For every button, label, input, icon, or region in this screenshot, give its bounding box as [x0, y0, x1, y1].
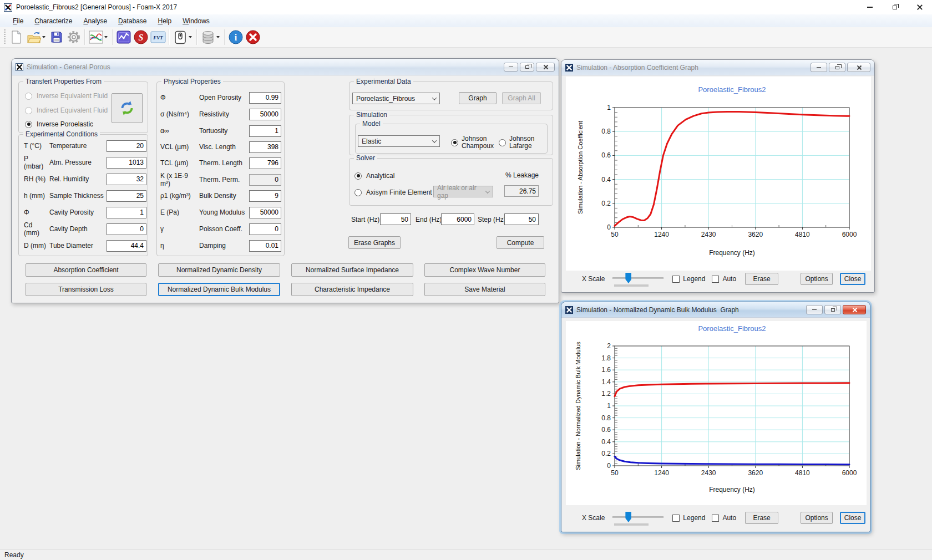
graph-all-button[interactable]: Graph All: [502, 92, 541, 104]
menu-characterize[interactable]: Characterize: [29, 16, 78, 26]
radio-analytical[interactable]: Analytical: [354, 170, 432, 182]
save-button[interactable]: [48, 29, 65, 46]
cavity-porosity-input[interactable]: [107, 207, 146, 218]
minimize-button[interactable]: [806, 305, 823, 314]
absorption-graph-titlebar[interactable]: Simulation - Absorption Coefficient Grap…: [561, 60, 874, 75]
resistivity-input[interactable]: [249, 109, 281, 120]
minimize-button[interactable]: [811, 63, 827, 72]
complex-wave-number-button[interactable]: Complex Wave Number: [424, 263, 545, 277]
rel-humidity-input[interactable]: [107, 174, 146, 185]
close-graph-button[interactable]: Close: [840, 273, 865, 285]
close-graph-button[interactable]: Close: [840, 512, 865, 524]
normalized-dynamic-bulk-modulus-button[interactable]: Normalized Dynamic Bulk Modulus: [158, 283, 280, 296]
options-button[interactable]: Options: [801, 273, 833, 285]
bulk-modulus-graph-titlebar[interactable]: Simulation - Normalized Dynamic Bulk Mod…: [561, 302, 870, 318]
open-file-button[interactable]: [25, 29, 42, 46]
cavity-depth-input[interactable]: [107, 223, 146, 235]
radio-johnson-champoux[interactable]: Johnson Champoux: [451, 135, 493, 150]
model-combo[interactable]: Elastic: [358, 135, 440, 147]
restore-button[interactable]: [520, 63, 534, 72]
characterize-graph-button[interactable]: [87, 29, 104, 46]
new-document-button[interactable]: [8, 29, 25, 46]
air-leak-combo[interactable]: Air leak or air gap: [433, 186, 493, 197]
svg-text:1.8: 1.8: [601, 354, 611, 362]
auto-checkbox[interactable]: [712, 276, 719, 283]
sample-thickness-input[interactable]: [107, 190, 146, 202]
close-button[interactable]: [536, 63, 555, 72]
material-combo[interactable]: Poroelastic_Fibrous: [352, 93, 440, 104]
toolbar-grip[interactable]: [4, 29, 6, 45]
x-scale-slider[interactable]: [612, 511, 663, 525]
menu-help[interactable]: Help: [152, 16, 177, 26]
tube-diameter-input[interactable]: [107, 240, 146, 252]
end-hz-input[interactable]: [441, 213, 474, 225]
app-restore-button[interactable]: [882, 0, 907, 14]
app-minimize-button[interactable]: [857, 0, 882, 14]
analyse-chart-button[interactable]: [115, 29, 132, 46]
radio-johnson-lafarge[interactable]: Johnson Lafarge: [499, 135, 541, 150]
close-button[interactable]: [843, 305, 866, 314]
legend-checkbox[interactable]: [672, 276, 680, 283]
absorption-coefficient-button[interactable]: Absorption Coefficient: [26, 263, 146, 277]
radio-inverse-equivalent-fluid[interactable]: Inverse Equivalent Fluid: [25, 90, 108, 102]
info-button[interactable]: i: [227, 29, 244, 46]
slider-thumb[interactable]: [625, 512, 631, 522]
compute-button[interactable]: Compute: [497, 236, 544, 249]
visc-length-input[interactable]: [249, 141, 281, 153]
app-close-button[interactable]: [907, 0, 932, 14]
auto-checkbox[interactable]: [712, 515, 719, 522]
database-dropdown[interactable]: [216, 36, 220, 38]
transmission-loss-button[interactable]: Transmission Loss: [26, 283, 146, 296]
impedance-tube-button[interactable]: [171, 29, 189, 46]
normalized-surface-impedance-button[interactable]: Normalized Surface Impedance: [291, 263, 413, 277]
radio-indirect-equivalent-fluid[interactable]: Indirect Equivalent Fluid: [25, 104, 108, 116]
settings-button[interactable]: [65, 29, 82, 46]
start-hz-input[interactable]: [380, 213, 411, 225]
damping-input[interactable]: [249, 240, 281, 252]
slider-thumb[interactable]: [625, 273, 631, 283]
refresh-properties-button[interactable]: [112, 93, 143, 123]
characterize-graph-dropdown[interactable]: [104, 36, 108, 38]
svg-text:2430: 2430: [701, 231, 716, 238]
temperature-input[interactable]: [107, 140, 146, 152]
characteristic-impedance-button[interactable]: Characteristic Impedance: [291, 283, 413, 296]
symbol-label: γ: [160, 225, 199, 233]
radio-axisym-finite-element[interactable]: Axisym Finite Element: [354, 186, 438, 198]
impedance-tube-dropdown[interactable]: [189, 36, 192, 38]
database-button[interactable]: [199, 29, 216, 46]
erase-button[interactable]: Erase: [745, 273, 778, 285]
x-scale-slider[interactable]: [612, 272, 663, 286]
tortuosity-input[interactable]: [249, 125, 281, 137]
therm-length-input[interactable]: [249, 157, 281, 169]
minimize-button[interactable]: [504, 63, 518, 72]
atm-pressure-input[interactable]: [107, 157, 146, 169]
leakage-input[interactable]: [504, 185, 539, 197]
restore-button[interactable]: [829, 63, 845, 72]
therm-perm-input[interactable]: [249, 174, 281, 186]
general-porous-titlebar[interactable]: Simulation - General Porous: [12, 59, 559, 75]
options-button[interactable]: Options: [801, 512, 833, 524]
normalized-dynamic-density-button[interactable]: Normalized Dynamic Density: [158, 263, 280, 277]
step-hz-input[interactable]: [504, 213, 539, 225]
bulk-density-input[interactable]: [249, 190, 281, 202]
menu-windows[interactable]: Windows: [177, 16, 215, 26]
radio-inverse-poroelastic[interactable]: Inverse Poroelastic: [25, 118, 108, 130]
exit-button[interactable]: [244, 29, 261, 46]
group-title: Simulation: [354, 111, 389, 119]
young-modulus-input[interactable]: [249, 207, 281, 218]
save-material-button[interactable]: Save Material: [424, 283, 545, 296]
restore-button[interactable]: [824, 305, 841, 314]
material-s-button[interactable]: S: [132, 29, 149, 46]
open-file-dropdown[interactable]: [42, 36, 45, 38]
close-button[interactable]: [847, 63, 870, 72]
menu-analyse[interactable]: Analyse: [78, 16, 113, 26]
graph-button[interactable]: Graph: [459, 92, 497, 104]
legend-checkbox[interactable]: [672, 515, 680, 522]
erase-graphs-button[interactable]: Erase Graphs: [348, 236, 401, 249]
fvt-button[interactable]: FVT: [149, 29, 166, 46]
menu-file[interactable]: File: [7, 16, 29, 26]
menu-database[interactable]: Database: [113, 16, 152, 26]
poisson-coeff-input[interactable]: [249, 223, 281, 235]
open-porosity-input[interactable]: [249, 92, 281, 104]
erase-button[interactable]: Erase: [745, 512, 778, 524]
